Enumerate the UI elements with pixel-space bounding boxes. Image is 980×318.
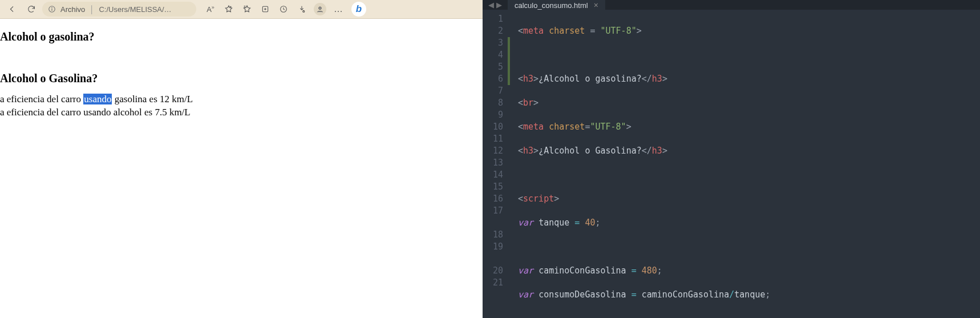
page-line-2: a eficiencia del carro usando alcohol es… <box>0 106 480 119</box>
tab-prev-icon: ◀ <box>488 1 494 9</box>
read-aloud-button[interactable]: A» <box>202 1 219 17</box>
code-text[interactable]: <meta charset = "UTF-8"> <h3>¿Alcohol o … <box>510 10 980 318</box>
svg-point-2 <box>52 7 52 8</box>
more-button[interactable]: … <box>330 1 347 17</box>
favorite-button[interactable] <box>220 1 237 17</box>
browser-pane: Archivo │ C:/Users/MELISSA/… A» <box>0 0 483 318</box>
addr-sep: │ <box>90 5 94 14</box>
addr-scheme: Archivo <box>60 5 85 14</box>
address-bar[interactable]: Archivo │ C:/Users/MELISSA/… <box>42 2 196 17</box>
bing-button[interactable]: b <box>351 2 366 17</box>
profile-button[interactable] <box>311 1 329 17</box>
more-icon: … <box>334 4 343 14</box>
rendered-page: Alcohol o gasolina? Alcohol o Gasolina? … <box>0 19 483 318</box>
tab-next-icon: ▶ <box>496 1 502 9</box>
back-button[interactable] <box>3 1 21 17</box>
file-tab-active[interactable]: calculo_consumo.html × <box>508 0 605 10</box>
tab-nav-arrows[interactable]: ◀▶ <box>483 0 508 10</box>
bing-icon: b <box>356 3 362 15</box>
line-number-gutter: 1 2 3 4 5 6 7 8 9 10 11 12 13 14 15 16 1… <box>483 10 508 318</box>
svg-point-12 <box>319 7 322 10</box>
browser-toolbar: Archivo │ C:/Users/MELISSA/… A» <box>0 0 483 19</box>
collections-button[interactable] <box>257 1 274 17</box>
code-area[interactable]: 1 2 3 4 5 6 7 8 9 10 11 12 13 14 15 16 1… <box>483 10 980 318</box>
page-heading-2: Alcohol o Gasolina? <box>0 72 480 85</box>
editor-pane: ◀▶ calculo_consumo.html × 1 2 3 4 5 6 7 … <box>483 0 980 318</box>
history-button[interactable] <box>275 1 292 17</box>
line1-post: gasolina es 12 km/L <box>112 94 193 104</box>
git-gutter <box>508 10 510 318</box>
line1-pre: a eficiencia del carro <box>0 94 83 104</box>
avatar-icon <box>314 3 326 15</box>
info-icon <box>48 5 56 13</box>
text-selection: usando <box>83 94 112 104</box>
app-root: Archivo │ C:/Users/MELISSA/… A» <box>0 0 980 318</box>
favorites-list-button[interactable] <box>238 1 256 17</box>
downloads-button[interactable] <box>293 1 310 17</box>
refresh-button[interactable] <box>23 1 40 17</box>
toolbar-right-group: A» <box>202 1 366 17</box>
editor-tabbar: ◀▶ calculo_consumo.html × <box>483 0 980 10</box>
close-tab-button[interactable]: × <box>594 1 598 10</box>
file-tab-label: calculo_consumo.html <box>515 1 588 10</box>
page-line-1: a eficiencia del carro usando gasolina e… <box>0 93 480 106</box>
page-heading-1: Alcohol o gasolina? <box>0 30 480 43</box>
addr-path: C:/Users/MELISSA/… <box>99 5 171 14</box>
